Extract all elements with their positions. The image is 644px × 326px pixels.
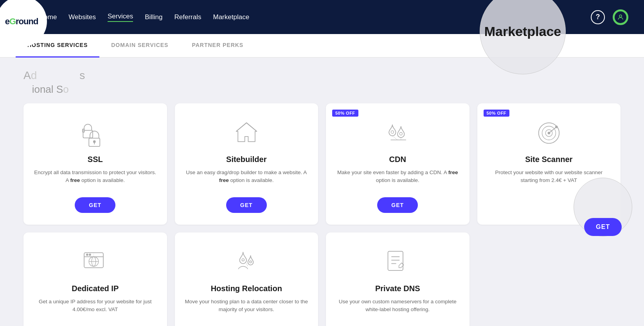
svg-line-8 [246,123,257,131]
private-dns-name: Private DNS [375,284,420,293]
private-dns-icon [382,247,413,278]
navbar: eGround Home Websites Services Billing R… [0,0,644,34]
svg-line-30 [246,264,248,267]
service-card-sitebuilder: Sitebuilder Use an easy drag/drop builde… [175,103,318,225]
dedicated-ip-desc: Get a unique IP address for your website… [33,298,158,315]
svg-point-19 [555,126,557,128]
svg-point-29 [250,261,252,263]
services-grid-row1: SSL Encrypt all data transmission to pro… [23,103,621,225]
nav-right: ? [591,9,628,25]
cdn-icon [382,117,413,149]
svg-point-10 [400,132,403,135]
logo-text: eGround [5,17,38,26]
heading-line2: ional So [23,83,621,95]
help-button[interactable]: ? [591,10,605,24]
hosting-relocation-icon [231,247,262,278]
cdn-get-button[interactable]: GET [377,197,418,213]
svg-point-28 [242,259,244,261]
service-card-private-dns: Private DNS Use your own custom nameserv… [326,232,470,326]
svg-point-22 [86,254,88,256]
svg-point-23 [89,254,91,256]
sitebuilder-desc: Use an easy drag/drop builder to make a … [184,169,309,189]
service-card-ssl: SSL Encrypt all data transmission to pro… [23,103,167,225]
sitebuilder-icon [231,117,262,149]
service-card-site-scanner: 50% OFF Site Scanner Protect your websit… [477,103,621,225]
nav-referrals[interactable]: Referrals [174,13,201,21]
hosting-relocation-name: Hosting Relocation [211,284,282,293]
svg-point-9 [391,131,394,133]
marketplace-circle-text: Marketplace [484,24,561,39]
service-card-cdn: 50% OFF CDN Make your site even faster b… [326,103,470,225]
service-card-hosting-relocation: Hosting Relocation Move your hosting pla… [175,232,318,326]
cdn-name: CDN [389,155,406,164]
sitebuilder-get-button[interactable]: GET [226,197,267,213]
site-scanner-name: Site Scanner [525,155,572,164]
subnav-partner-perks[interactable]: PARTNER PERKS [180,34,255,58]
svg-rect-2 [83,129,85,133]
nav-billing[interactable]: Billing [145,13,162,21]
cdn-badge: 50% OFF [332,110,358,117]
ssl-get-button[interactable]: GET [75,197,115,213]
svg-point-4 [94,140,95,142]
empty-cell [477,232,621,326]
svg-marker-6 [236,123,257,142]
get-circle-overlay: GET [574,178,632,236]
svg-point-0 [619,15,622,17]
ssl-icon [79,117,111,149]
hosting-relocation-desc: Move your hosting plan to a data center … [184,298,309,315]
service-card-dedicated-ip: Dedicated IP Get a unique IP address for… [23,232,167,326]
dedicated-ip-icon [79,247,111,278]
site-scanner-get-button[interactable]: GET [584,218,622,236]
private-dns-desc: Use your own custom nameservers for a co… [335,298,460,315]
subnav-domain-services[interactable]: DOMAIN SERVICES [99,34,180,58]
svg-line-7 [236,123,246,131]
cdn-desc: Make your site even faster by adding a C… [335,169,460,189]
services-grid-row2: Dedicated IP Get a unique IP address for… [23,232,621,326]
ssl-desc: Encrypt all data transmission to protect… [33,169,158,189]
site-scanner-icon [533,117,565,149]
nav-websites[interactable]: Websites [68,13,96,21]
main-content: Ad s ional So SSL [0,58,644,326]
nav-marketplace[interactable]: Marketplace [213,13,249,21]
nav-services[interactable]: Services [108,13,133,22]
svg-line-12 [392,136,398,140]
dedicated-ip-name: Dedicated IP [72,284,119,293]
nav-links: Home Websites Services Billing Referrals… [39,13,249,22]
ssl-name: SSL [88,155,103,164]
avatar-inner [615,11,626,23]
avatar-button[interactable] [613,9,628,25]
site-scanner-badge: 50% OFF [484,110,510,117]
sitebuilder-name: Sitebuilder [226,155,266,164]
